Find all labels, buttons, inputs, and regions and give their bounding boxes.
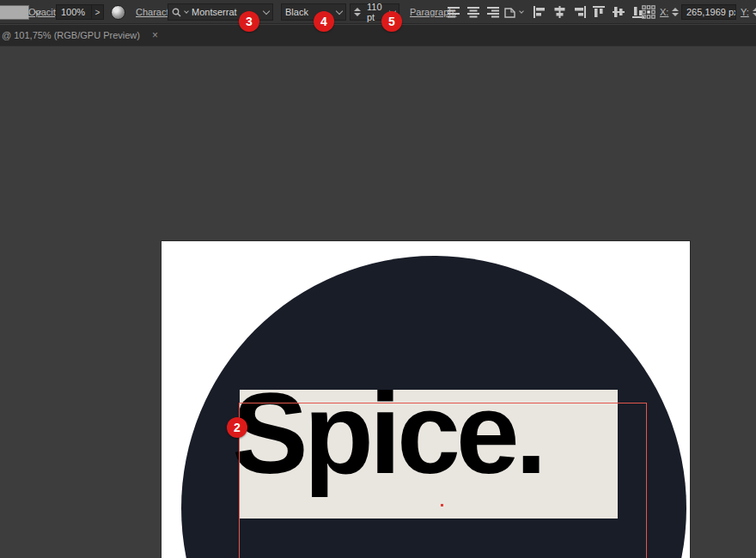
x-stepper[interactable]	[672, 8, 679, 16]
opacity-expand-button[interactable]: >	[92, 4, 104, 20]
vertical-align-center-button[interactable]	[610, 3, 628, 21]
align-right-icon	[487, 7, 500, 18]
step-badge-3: 3	[239, 11, 259, 32]
selection-bounding-box	[239, 403, 647, 558]
selection-center-point	[441, 504, 443, 506]
font-size-stepper[interactable]	[354, 8, 361, 16]
opacity-input[interactable]: 100%	[56, 4, 92, 20]
align-to-artboard-icon	[503, 6, 517, 19]
x-input[interactable]: 265,1969 px	[681, 4, 736, 20]
illustrator-window: Opacity: 100% > Character: Montserrat	[0, 0, 756, 558]
control-bar: Opacity: 100% > Character: Montserrat	[0, 0, 756, 24]
horizontal-align-center-button[interactable]	[551, 3, 569, 21]
paragraph-align-left-button[interactable]	[445, 3, 463, 21]
y-label[interactable]: Y:	[741, 7, 749, 17]
close-icon[interactable]: ×	[152, 30, 158, 40]
reference-point-icon[interactable]	[642, 5, 655, 19]
stepper-down-icon[interactable]	[354, 13, 361, 16]
vertical-align-top-button[interactable]	[590, 3, 608, 21]
horizontal-align-left-button[interactable]	[531, 3, 549, 21]
stepper-down-icon[interactable]	[672, 13, 679, 16]
horizontal-align-right-icon	[573, 6, 586, 18]
stepper-up-icon[interactable]	[354, 8, 361, 11]
paragraph-align-right-button[interactable]	[485, 3, 503, 21]
document-tab-bar: @ 101,75% (RGB/GPU Preview) ×	[0, 25, 756, 46]
vertical-align-top-icon	[593, 6, 606, 18]
canvas-area[interactable]: Spice. 2	[0, 46, 756, 558]
stepper-down-icon[interactable]	[753, 13, 756, 16]
paragraph-align-center-button[interactable]	[465, 3, 483, 21]
step-badge-2: 2	[227, 417, 247, 438]
document-tab-title[interactable]: @ 101,75% (RGB/GPU Preview)	[2, 30, 140, 40]
horizontal-align-center-icon	[553, 6, 566, 18]
step-badge-5: 5	[381, 11, 402, 32]
x-label[interactable]: X:	[660, 7, 668, 17]
chevron-down-icon[interactable]	[519, 9, 524, 14]
align-center-icon	[467, 7, 480, 18]
step-badge-4: 4	[314, 11, 334, 32]
stepper-up-icon[interactable]	[672, 8, 679, 11]
search-chevron-icon	[184, 9, 189, 14]
horizontal-align-left-icon	[533, 6, 546, 18]
artboard[interactable]: Spice. 2	[162, 241, 690, 558]
stepper-up-icon[interactable]	[753, 8, 756, 11]
chevron-down-icon[interactable]	[263, 7, 270, 14]
fill-swatch-icon[interactable]	[0, 5, 29, 20]
y-stepper[interactable]	[753, 8, 756, 16]
search-icon	[172, 8, 181, 17]
chevron-down-icon[interactable]	[336, 7, 343, 14]
align-left-icon	[448, 7, 460, 18]
horizontal-align-right-button[interactable]	[570, 3, 588, 21]
align-to-control[interactable]	[503, 0, 523, 24]
vertical-align-center-icon	[613, 6, 625, 18]
graphic-style-icon[interactable]	[111, 5, 125, 20]
